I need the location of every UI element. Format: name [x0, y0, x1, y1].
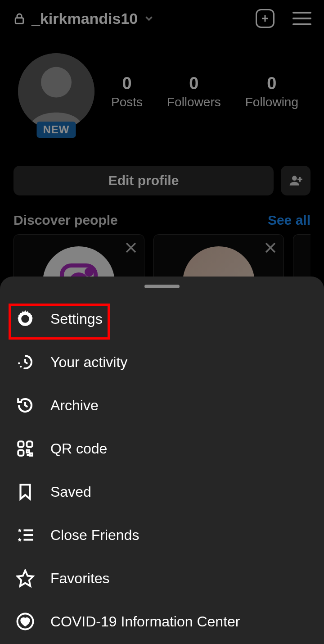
profile-actions: Edit profile	[0, 139, 324, 204]
edit-profile-button[interactable]: Edit profile	[14, 166, 274, 195]
star-icon	[15, 568, 35, 588]
discover-title: Discover people	[14, 213, 118, 228]
svg-rect-17	[18, 441, 23, 447]
menu-favorites[interactable]: Favorites	[0, 557, 324, 600]
svg-point-5	[292, 176, 297, 181]
menu-label: Your activity	[50, 354, 127, 371]
svg-point-4	[41, 67, 72, 98]
drag-handle[interactable]	[144, 285, 180, 288]
menu-label: COVID-19 Information Center	[50, 613, 240, 630]
activity-icon	[15, 352, 35, 372]
gear-icon	[15, 309, 35, 329]
chevron-down-icon	[143, 13, 155, 24]
stat-posts[interactable]: 0 Posts	[111, 74, 143, 109]
menu-archive[interactable]: Archive	[0, 384, 324, 427]
close-icon[interactable]	[263, 240, 278, 257]
stat-followers[interactable]: 0 Followers	[167, 74, 221, 109]
menu-covid[interactable]: COVID-19 Information Center	[0, 600, 324, 643]
svg-rect-0	[15, 18, 23, 24]
avatar	[18, 53, 94, 130]
svg-point-12	[87, 270, 92, 275]
username-selector[interactable]: _kirkmandis10	[13, 10, 256, 27]
qr-icon	[15, 439, 35, 458]
menu-settings[interactable]: Settings	[0, 297, 324, 340]
menu-label: Favorites	[50, 570, 110, 587]
menu-close-friends[interactable]: Close Friends	[0, 513, 324, 557]
menu-label: Archive	[50, 397, 99, 414]
discover-people-button[interactable]	[281, 166, 310, 195]
svg-point-16	[21, 314, 30, 324]
menu-qr[interactable]: QR code	[0, 427, 324, 470]
stats-row: 0 Posts 0 Followers 0 Following	[99, 74, 310, 109]
close-friends-icon	[15, 525, 35, 545]
top-bar: _kirkmandis10	[0, 0, 324, 32]
menu-saved[interactable]: Saved	[0, 470, 324, 513]
svg-rect-18	[27, 441, 32, 447]
svg-marker-23	[18, 571, 33, 586]
close-icon[interactable]	[123, 240, 139, 257]
avatar-container[interactable]: NEW	[18, 53, 94, 130]
stat-following[interactable]: 0 Following	[245, 74, 298, 109]
see-all-link[interactable]: See all	[268, 213, 310, 228]
menu-label: Close Friends	[50, 527, 139, 544]
bookmark-icon	[15, 482, 35, 502]
svg-rect-19	[18, 450, 23, 456]
archive-icon	[15, 395, 35, 415]
menu-label: Saved	[50, 484, 91, 500]
heart-icon	[15, 612, 35, 631]
username-label: _kirkmandis10	[32, 10, 138, 27]
menu-button[interactable]	[292, 12, 311, 25]
new-badge: NEW	[37, 122, 76, 138]
profile-summary: NEW 0 Posts 0 Followers 0 Following	[0, 32, 324, 139]
menu-sheet: Settings Your activity Archive QR code S	[0, 277, 324, 644]
menu-label: Settings	[50, 311, 103, 327]
menu-label: QR code	[50, 440, 107, 457]
menu-activity[interactable]: Your activity	[0, 340, 324, 384]
create-button[interactable]	[256, 9, 274, 28]
discover-header: Discover people See all	[0, 204, 324, 234]
lock-icon	[13, 12, 26, 25]
